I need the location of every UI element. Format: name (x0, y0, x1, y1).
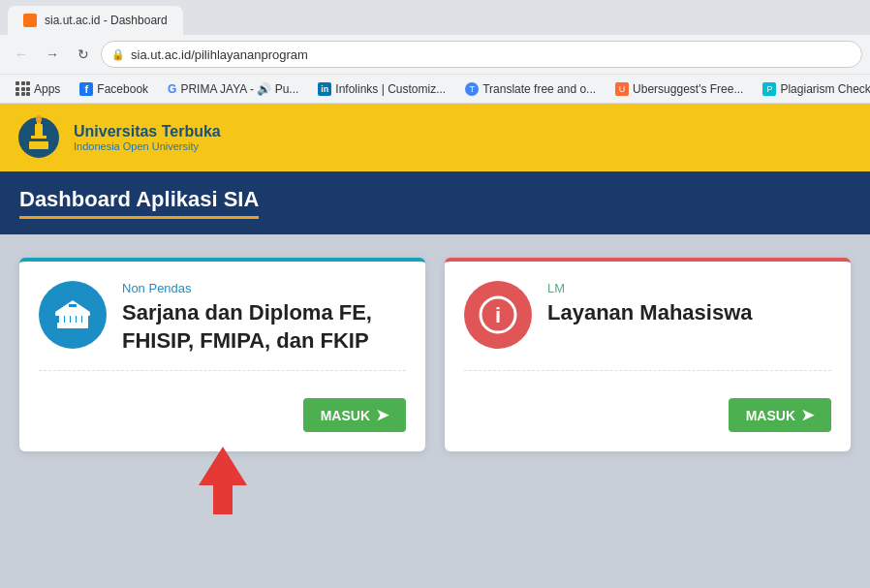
lm-text: LM Layanan Mahasiswa (547, 281, 831, 327)
bookmark-plagiarism[interactable]: P Plagiarism Checke (755, 80, 870, 98)
svg-rect-11 (82, 315, 88, 324)
site-title-main: Universitas Terbuka (74, 123, 221, 140)
non-pendas-card: Non Pendas Sarjana dan Diploma FE, FHISI… (19, 258, 425, 451)
ubersuggest-label: Ubersuggest's Free... (633, 82, 743, 96)
non-pendas-masuk-button[interactable]: MASUK ➤ (303, 398, 406, 432)
svg-rect-14 (69, 304, 77, 307)
non-pendas-card-body: Non Pendas Sarjana dan Diploma FE, FHISI… (39, 281, 406, 358)
ut-logo-svg (16, 114, 62, 161)
back-button[interactable]: ← (8, 41, 35, 68)
translate-label: Translate free and o... (482, 82, 596, 96)
browser-toolbar: ← → ↻ 🔒 sia.ut.ac.id/pilihlayananprogram (0, 35, 870, 74)
page-content: Universitas Terbuka Indonesia Open Unive… (0, 104, 870, 475)
svg-rect-2 (31, 136, 47, 139)
svg-rect-1 (35, 124, 43, 138)
non-pendas-category: Non Pendas (122, 281, 406, 295)
red-arrow-pointer (199, 447, 247, 514)
svg-rect-8 (65, 315, 70, 324)
facebook-icon: f (79, 82, 93, 96)
building-icon (53, 295, 92, 334)
prima-jaya-label: PRIMA JAYA - 🔊 Pu... (180, 82, 298, 96)
lm-card: i LM Layanan Mahasiswa MASUK ➤ (445, 258, 851, 451)
lm-masuk-button[interactable]: MASUK ➤ (729, 398, 831, 432)
svg-rect-12 (55, 312, 90, 316)
non-pendas-footer: MASUK ➤ (39, 398, 406, 432)
bookmark-infolinks[interactable]: in Infolinks | Customiz... (310, 80, 453, 98)
card-separator-2 (464, 370, 831, 371)
translate-icon: T (465, 82, 479, 96)
tab-label: sia.ut.ac.id - Dashboard (45, 14, 168, 27)
card-separator-1 (39, 370, 406, 371)
lm-title: Layanan Mahasiswa (547, 299, 831, 327)
site-title: Universitas Terbuka Indonesia Open Unive… (74, 123, 221, 152)
svg-marker-15 (199, 447, 247, 514)
svg-rect-7 (59, 315, 64, 324)
facebook-label: Facebook (97, 82, 148, 96)
non-pendas-icon-circle (39, 281, 107, 349)
non-pendas-button-label: MASUK (321, 408, 370, 423)
lm-icon-circle: i (464, 281, 532, 349)
svg-point-5 (36, 115, 42, 123)
browser-tabs: sia.ut.ac.id - Dashboard (0, 0, 870, 35)
bookmark-apps[interactable]: Apps (8, 79, 68, 98)
infolinks-label: Infolinks | Customiz... (335, 82, 446, 96)
main-content: Non Pendas Sarjana dan Diploma FE, FHISI… (0, 234, 870, 475)
lm-button-label: MASUK (746, 408, 795, 423)
active-tab[interactable]: sia.ut.ac.id - Dashboard (8, 6, 183, 35)
non-pendas-card-wrapper: Non Pendas Sarjana dan Diploma FE, FHISI… (19, 258, 425, 451)
non-pendas-text: Non Pendas Sarjana dan Diploma FE, FHISI… (122, 281, 406, 355)
bookmark-facebook[interactable]: f Facebook (72, 80, 156, 98)
dashboard-header: Dashboard Aplikasi SIA (0, 171, 870, 234)
tab-favicon (23, 14, 37, 27)
non-pendas-arrow-icon: ➤ (376, 406, 388, 424)
lm-category: LM (547, 281, 831, 295)
svg-text:i: i (495, 303, 501, 327)
infolinks-icon: in (318, 82, 331, 96)
address-bar[interactable]: 🔒 sia.ut.ac.id/pilihlayananprogram (101, 41, 862, 68)
google-icon: G (168, 82, 176, 96)
apps-label: Apps (34, 82, 60, 96)
site-logo (16, 114, 62, 161)
address-text: sia.ut.ac.id/pilihlayananprogram (131, 47, 308, 62)
plagiarism-label: Plagiarism Checke (780, 82, 870, 96)
lm-card-body: i LM Layanan Mahasiswa (464, 281, 831, 358)
lm-card-wrapper: i LM Layanan Mahasiswa MASUK ➤ (445, 258, 851, 451)
red-arrow-svg (199, 447, 247, 514)
browser-chrome: sia.ut.ac.id - Dashboard ← → ↻ 🔒 sia.ut.… (0, 0, 870, 104)
non-pendas-title: Sarjana dan Diploma FE, FHISIP, FMIPA, d… (122, 299, 406, 355)
info-icon: i (479, 295, 517, 334)
apps-icon (16, 81, 30, 96)
lock-icon: 🔒 (111, 48, 125, 61)
bookmark-prima-jaya[interactable]: G PRIMA JAYA - 🔊 Pu... (160, 80, 306, 98)
lm-footer: MASUK ➤ (464, 398, 831, 432)
svg-rect-10 (77, 315, 81, 324)
bookmark-ubersuggest[interactable]: U Ubersuggest's Free... (607, 80, 751, 98)
svg-rect-3 (29, 141, 48, 149)
svg-rect-9 (71, 315, 76, 324)
site-header: Universitas Terbuka Indonesia Open Unive… (0, 104, 870, 171)
bookmarks-bar: Apps f Facebook G PRIMA JAYA - 🔊 Pu... i… (0, 74, 870, 103)
dashboard-title: Dashboard Aplikasi SIA (19, 187, 259, 219)
plagiarism-icon: P (762, 82, 776, 96)
reload-button[interactable]: ↻ (70, 41, 97, 68)
ubersuggest-icon: U (615, 82, 629, 96)
forward-button[interactable]: → (39, 41, 66, 68)
lm-arrow-icon: ➤ (801, 406, 814, 424)
site-title-sub: Indonesia Open University (74, 140, 221, 152)
bookmark-translate[interactable]: T Translate free and o... (457, 80, 604, 98)
